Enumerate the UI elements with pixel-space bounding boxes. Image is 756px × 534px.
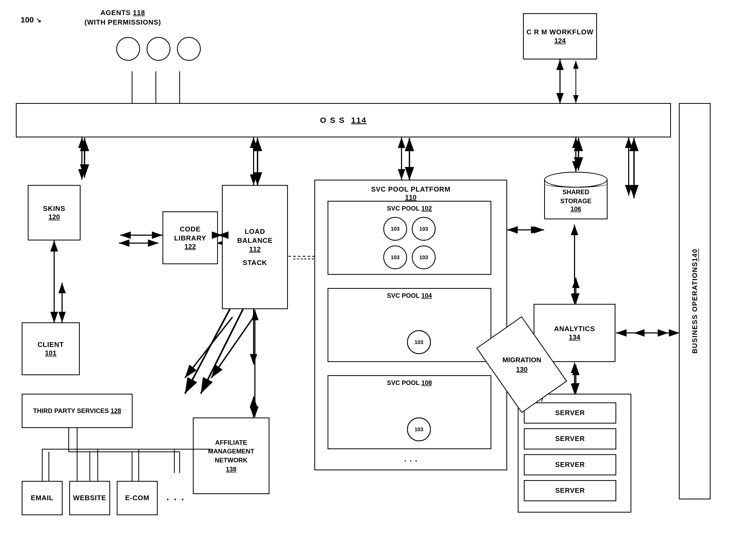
server-1: SERVER <box>524 403 616 424</box>
agent-circle-3 <box>177 37 201 61</box>
email-box: EMAIL <box>22 481 63 515</box>
skins-box: SKINS 120 <box>28 185 81 240</box>
diagram: 100 ↘ AGENTS 118 (WITH PERMISSIONS) C R … <box>0 0 756 534</box>
client-box: CLIENT 101 <box>22 323 80 375</box>
node-103-2: 103 <box>412 217 436 241</box>
node-103-3: 103 <box>383 245 407 269</box>
svc-pool-108-box: SVC POOL 108 103 103 103 103 <box>328 375 491 449</box>
svg-line-43 <box>185 309 230 394</box>
ref-100: 100 ↘ <box>21 15 41 24</box>
dots-indicator: · · · <box>404 457 418 465</box>
server-4: SERVER <box>524 480 616 501</box>
svc-pool-104-box: SVC POOL 104 103 103 103 103 <box>328 288 491 362</box>
website-box: WEBSITE <box>69 481 110 515</box>
node-103-12: 103 <box>407 417 431 441</box>
server-3: SERVER <box>524 454 616 475</box>
agents-label: AGENTS 118 (WITH PERMISSIONS) <box>85 8 161 27</box>
code-library-box: CODELIBRARY 122 <box>162 211 218 264</box>
third-party-box: THIRD PARTY SERVICES 128 <box>22 394 133 428</box>
crm-workflow-box: C R M WORKFLOW 124 <box>523 13 597 59</box>
svc-pool-102-box: SVC POOL 102 103 103 103 103 <box>328 201 491 275</box>
server-group-box: 132 SERVER SERVER SERVER SERVER <box>518 394 631 513</box>
shared-storage-cylinder: SHAREDSTORAGE 106 <box>544 172 608 225</box>
affiliate-box: AFFILIATEMANAGEMENTNETWORK138 <box>193 417 269 494</box>
oss-box: O S S 114 <box>16 103 671 137</box>
ecom-box: E-COM <box>117 481 158 515</box>
server-2: SERVER <box>524 428 616 449</box>
agent-circle-1 <box>116 37 140 61</box>
ecom-dots: · · · <box>166 494 185 505</box>
load-balance-box: LOADBALANCE 112 STACK <box>222 185 288 309</box>
node-103-1: 103 <box>383 217 407 241</box>
svg-line-44 <box>201 309 243 394</box>
node-103-4: 103 <box>412 245 436 269</box>
node-103-8: 103 <box>407 330 431 354</box>
svg-line-23 <box>211 317 254 378</box>
business-ops-box: BUSINESS OPERATIONS 140 <box>679 103 711 499</box>
agent-circle-2 <box>147 37 170 61</box>
svg-line-22 <box>185 317 232 378</box>
